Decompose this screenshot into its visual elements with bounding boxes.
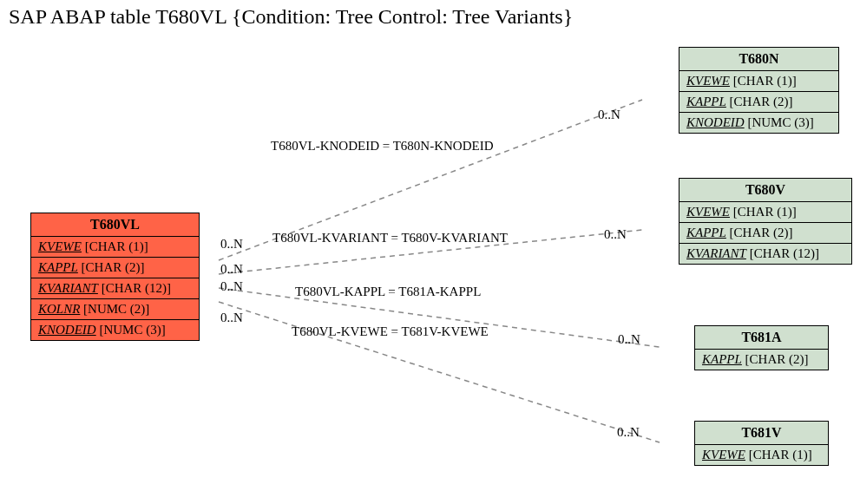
entity-t680vl-header: T680VL xyxy=(31,213,199,237)
entity-t681v: T681V KVEWE [CHAR (1)] xyxy=(694,421,829,466)
cardinality-left-4: 0..N xyxy=(220,311,243,325)
cardinality-right-4: 0..N xyxy=(617,425,640,440)
svg-line-3 xyxy=(219,302,660,442)
entity-t680vl-field: KAPPL [CHAR (2)] xyxy=(31,258,199,278)
entity-t680vl-field: KVARIANT [CHAR (12)] xyxy=(31,278,199,299)
entity-t681a-header: T681A xyxy=(695,326,828,350)
relation-label-1: T680VL-KNODEID = T680N-KNODEID xyxy=(271,139,493,154)
entity-t680v-field: KVARIANT [CHAR (12)] xyxy=(679,244,851,264)
relation-label-2: T680VL-KVARIANT = T680V-KVARIANT xyxy=(272,231,508,245)
entity-t680v-header: T680V xyxy=(679,179,851,202)
relation-label-3: T680VL-KAPPL = T681A-KAPPL xyxy=(295,285,481,299)
entity-t680v: T680V KVEWE [CHAR (1)] KAPPL [CHAR (2)] … xyxy=(679,178,852,265)
entity-t680vl-field: KVEWE [CHAR (1)] xyxy=(31,237,199,258)
diagram-title: SAP ABAP table T680VL {Condition: Tree C… xyxy=(9,5,573,29)
entity-t681a-field: KAPPL [CHAR (2)] xyxy=(695,350,828,370)
cardinality-left-2: 0..N xyxy=(220,262,243,277)
entity-t680vl-field: KNODEID [NUMC (3)] xyxy=(31,320,199,340)
entity-t680v-field: KAPPL [CHAR (2)] xyxy=(679,223,851,244)
entity-t680n-field: KVEWE [CHAR (1)] xyxy=(679,71,838,92)
entity-t680v-field: KVEWE [CHAR (1)] xyxy=(679,202,851,223)
entity-t681a: T681A KAPPL [CHAR (2)] xyxy=(694,325,829,370)
entity-t680n-field: KNODEID [NUMC (3)] xyxy=(679,113,838,133)
relation-label-4: T680VL-KVEWE = T681V-KVEWE xyxy=(292,324,489,339)
entity-t681v-header: T681V xyxy=(695,422,828,445)
entity-t681v-field: KVEWE [CHAR (1)] xyxy=(695,445,828,465)
cardinality-right-3: 0..N xyxy=(618,332,640,347)
entity-t680n-field: KAPPL [CHAR (2)] xyxy=(679,92,838,113)
entity-t680vl-field: KOLNR [NUMC (2)] xyxy=(31,299,199,320)
entity-t680n-header: T680N xyxy=(679,48,838,71)
entity-t680n: T680N KVEWE [CHAR (1)] KAPPL [CHAR (2)] … xyxy=(679,47,839,134)
entity-t680vl: T680VL KVEWE [CHAR (1)] KAPPL [CHAR (2)]… xyxy=(30,213,200,341)
cardinality-left-1: 0..N xyxy=(220,237,243,252)
cardinality-right-1: 0..N xyxy=(598,108,620,122)
cardinality-right-2: 0..N xyxy=(604,227,627,242)
cardinality-left-3: 0..N xyxy=(220,279,243,294)
